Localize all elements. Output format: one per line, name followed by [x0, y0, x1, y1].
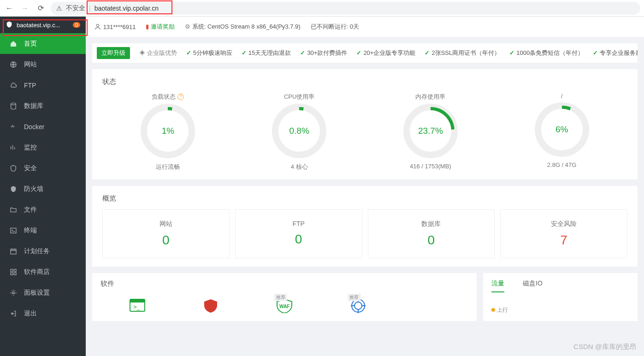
nav-forward-icon[interactable]: →	[19, 4, 30, 12]
svg-rect-6	[11, 228, 16, 233]
enterprise-link[interactable]: ◈ 企业版优势	[139, 49, 177, 57]
overview-item[interactable]: 网站0	[102, 209, 230, 258]
promo-feature: 5分钟极速响应	[186, 49, 232, 57]
recommend-tag: 推荐	[348, 294, 360, 301]
user-phone: 131****6911	[103, 24, 136, 30]
svg-text:WAF: WAF	[279, 304, 290, 309]
svg-rect-9	[14, 269, 16, 272]
gauge-head: CPU使用率	[272, 93, 326, 101]
brand-badge: 0	[73, 22, 80, 28]
sidebar-item-website[interactable]: 网站	[0, 54, 86, 75]
nav-reload-icon[interactable]: ⟳	[35, 4, 46, 12]
overview-item[interactable]: 数据库0	[368, 209, 495, 258]
sidebar-item-label: 退出	[24, 309, 37, 318]
sidebar-item-label: 防火墙	[24, 185, 43, 193]
svg-text:>_: >_	[133, 303, 141, 310]
gauge-sub: 4 核心	[272, 163, 326, 171]
terminal-app-icon: >_	[128, 297, 147, 313]
nav-back-icon[interactable]: ←	[4, 4, 15, 12]
recommend-tag: 推荐	[274, 294, 287, 301]
overview-value: 0	[236, 232, 362, 247]
sidebar-item-logout[interactable]: 退出	[0, 303, 86, 324]
tab-diskio[interactable]: 磁盘IO	[523, 279, 543, 292]
home-icon	[9, 40, 18, 47]
gauge-sub: 416 / 1753(MB)	[403, 163, 458, 170]
gauge-head: 负载状态?	[141, 93, 195, 101]
sidebar-item-label: 首页	[24, 40, 37, 48]
promo-feature: 30+款付费插件	[300, 49, 347, 57]
watermark-text: CSDN @库库的里昂	[573, 343, 637, 351]
gauge: CPU使用率 0.8% 4 核心	[272, 93, 326, 171]
sidebar-brand: baotatest.vip.c... 0	[0, 17, 86, 33]
svg-rect-8	[11, 269, 13, 272]
software-title: 软件	[100, 279, 468, 288]
sidebar-item-settings[interactable]: 面板设置	[0, 282, 86, 303]
sidebar-item-label: 网站	[24, 60, 37, 69]
chart-icon	[9, 144, 18, 151]
svg-rect-15	[130, 299, 145, 303]
software-item[interactable]: 推荐 WAF	[248, 294, 321, 314]
sidebar-item-docker[interactable]: Docker	[0, 116, 86, 137]
overview-item[interactable]: 安全风险7	[500, 209, 627, 258]
gauge: 内存使用率 23.7% 416 / 1753(MB)	[403, 93, 458, 171]
sidebar-item-label: 面板设置	[24, 289, 50, 297]
shield-app-icon	[201, 297, 220, 313]
user-chip[interactable]: 131****6911	[94, 23, 136, 30]
gauge-value: 0.8%	[289, 126, 309, 136]
overview-title: 概览	[102, 194, 627, 203]
svg-rect-11	[14, 273, 16, 275]
gauge-value: 6%	[555, 125, 568, 135]
software-item[interactable]	[174, 294, 248, 314]
gauge-value: 1%	[162, 126, 174, 136]
cloud-icon	[9, 82, 18, 89]
help-icon[interactable]: ?	[177, 94, 184, 100]
gauge-ring: 0.8%	[272, 104, 326, 158]
sidebar-item-files[interactable]: 文件	[0, 199, 86, 220]
system-info: ⚙ 系统: CentOS Stream 8 x86_64(Py3.7.9)	[185, 23, 300, 31]
software-item[interactable]	[395, 294, 468, 314]
panel-logo-icon	[6, 21, 13, 30]
gauge-sub: 2.8G / 47G	[535, 161, 589, 168]
terminal-icon	[9, 227, 18, 234]
globe-icon	[9, 61, 18, 68]
sidebar-item-label: 计划任务	[24, 247, 50, 255]
folder-icon	[9, 206, 18, 214]
gauge: 负载状态? 1% 运行流畅	[141, 93, 195, 171]
sidebar-item-firewall[interactable]: 防火墙	[0, 178, 86, 199]
sidebar-item-label: Docker	[24, 123, 44, 131]
main-content: 131****6911 ▮ 邀请奖励 ⚙ 系统: CentOS Stream 8…	[86, 17, 644, 356]
software-card: 软件 >_ 推荐 WAF 推荐	[92, 273, 477, 321]
overview-value: 0	[103, 233, 229, 248]
browser-toolbar: ← → ⟳ ⚠ 不安全 | baotatest.vip.cpolar.cn	[0, 0, 644, 17]
address-bar[interactable]: ⚠ 不安全 | baotatest.vip.cpolar.cn	[51, 2, 640, 15]
sidebar-item-home[interactable]: 首页	[0, 33, 86, 54]
traffic-legend: 上行	[491, 306, 629, 314]
gear-icon	[9, 289, 18, 297]
sidebar-item-terminal[interactable]: 终端	[0, 220, 86, 241]
sidebar-item-database[interactable]: 数据库	[0, 95, 86, 116]
svg-rect-10	[11, 273, 13, 275]
gauge: / 6% 2.8G / 47G	[535, 93, 589, 171]
sidebar-item-cron[interactable]: 计划任务	[0, 241, 86, 261]
svg-rect-7	[11, 249, 16, 254]
overview-value: 0	[368, 233, 495, 248]
url-text: baotatest.vip.cpolar.cn	[95, 5, 159, 12]
upgrade-button[interactable]: 立即升级	[97, 47, 130, 59]
sidebar-item-ftp[interactable]: FTP	[0, 75, 86, 95]
svg-rect-5	[12, 125, 13, 126]
svg-rect-4	[13, 126, 14, 127]
sidebar-item-appstore[interactable]: 软件商店	[0, 261, 86, 282]
software-item[interactable]: >_	[100, 294, 174, 314]
brand-title: baotatest.vip.c...	[17, 22, 69, 29]
sidebar-item-monitor[interactable]: 监控	[0, 137, 86, 158]
svg-rect-2	[11, 126, 12, 127]
invite-link[interactable]: ▮ 邀请奖励	[146, 23, 175, 31]
gauge-head: /	[535, 93, 589, 100]
sidebar-item-security[interactable]: 安全	[0, 158, 86, 178]
svg-point-1	[11, 103, 16, 105]
software-item[interactable]: 推荐	[321, 294, 395, 314]
promo-bar: 立即升级 ◈ 企业版优势 5分钟极速响应 15天无理由退款 30+款付费插件 2…	[92, 43, 638, 63]
tab-traffic[interactable]: 流量	[491, 279, 504, 292]
overview-item[interactable]: FTP0	[235, 209, 362, 258]
sidebar-item-label: FTP	[24, 82, 36, 89]
